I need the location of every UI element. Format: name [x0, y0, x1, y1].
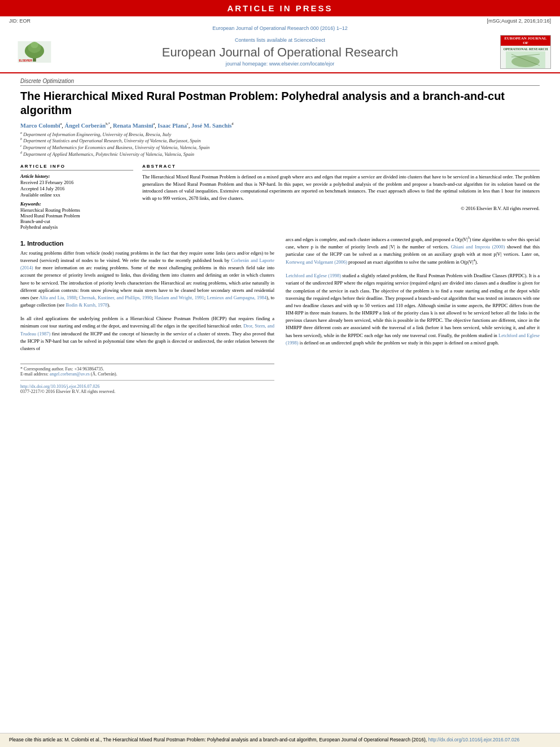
- journal-center: Contents lists available at ScienceDirec…: [60, 37, 500, 67]
- affiliation-c: c Department of Mathematics for Economic…: [20, 144, 540, 150]
- abstract-header: ABSTRACT: [142, 164, 540, 171]
- cite-text: Please cite this article as: M. Colombi …: [9, 737, 427, 742]
- article-info-header: ARTICLE INFO: [20, 164, 133, 171]
- doi-line[interactable]: http://dx.doi.org/10.1016/j.ejor.2016.07…: [20, 384, 274, 389]
- body-left: 1. Introduction Arc routing problems dif…: [20, 235, 274, 394]
- affiliation-a: a Department of Information Engineering,…: [20, 131, 540, 137]
- journal-header: ELSEVIER Contents lists available at Sci…: [0, 33, 560, 73]
- intro-para-2: In all cited applications the underlying…: [20, 315, 274, 352]
- jid-label: JID: EOR: [9, 18, 30, 24]
- keywords-label: Keywords:: [20, 201, 133, 207]
- meta-row: JID: EOR [mSG;August 2, 2016;10:16]: [0, 16, 560, 25]
- keyword-4: Polyhedral analysis: [20, 224, 133, 230]
- keyword-2: Mixed Rural Postman Problem: [20, 213, 133, 219]
- right-para-2: Letchford and Eglese (1998) studied a sl…: [286, 272, 540, 347]
- author-sanchis: José M. Sanchis: [191, 123, 231, 129]
- body-content: 1. Introduction Arc routing problems dif…: [20, 235, 540, 394]
- svg-point-7: [511, 56, 540, 67]
- article-title: The Hierarchical Mixed Rural Postman Pro…: [20, 89, 540, 117]
- keyword-3: Branch-and-cut: [20, 219, 133, 224]
- corresponding-note: * Corresponding author. Fax: +34 9638647…: [20, 366, 274, 372]
- sciencedirect-text: Contents lists available at ScienceDirec…: [60, 37, 500, 43]
- ejor-logo-box: EUROPEAN JOURNAL OF OPERATIONAL RESEARCH: [500, 35, 551, 69]
- accepted-date: Accepted 14 July 2016: [20, 186, 133, 191]
- footnote-area: * Corresponding author. Fax: +34 9638647…: [20, 364, 274, 394]
- right-para-1: arcs and edges is complete, and each clu…: [286, 235, 540, 266]
- authors-line: Marco Colombia, Ángel Corberánb,*, Renat…: [20, 122, 540, 129]
- keyword-1: Hierarchical Routing Problems: [20, 207, 133, 213]
- main-content: Discrete Optimization The Hierarchical M…: [0, 73, 560, 399]
- journal-ref: European Journal of Operational Research…: [0, 25, 560, 31]
- affiliation-b: b Department of Statistics and Operation…: [20, 137, 540, 143]
- author-plana: Isaac Plana: [158, 123, 187, 129]
- cite-doi[interactable]: http://dx.doi.org/10.1016/j.ejor.2016.07…: [428, 737, 520, 742]
- intro-two-col: 1. Introduction Arc routing problems dif…: [20, 235, 540, 394]
- journal-homepage: journal homepage: www.elsevier.com/locat…: [60, 61, 500, 67]
- article-info-col: ARTICLE INFO Article history: Received 2…: [20, 164, 133, 230]
- svg-text:ELSEVIER: ELSEVIER: [19, 59, 32, 62]
- ejor-red-stripe: EUROPEAN JOURNAL OF: [501, 36, 550, 46]
- intro-heading: 1. Introduction: [20, 240, 274, 247]
- author-mansini: Renata Mansini: [113, 123, 153, 129]
- body-right: arcs and edges is complete, and each clu…: [286, 235, 540, 394]
- section-category: Discrete Optimization: [20, 78, 540, 86]
- copyright-line: © 2016 Elsevier B.V. All rights reserved…: [142, 206, 540, 211]
- abstract-text: The Hierarchical Mixed Rural Postman Pro…: [142, 173, 540, 202]
- email-note: E-mail address: angel.corberan@uv.es (Á.…: [20, 372, 274, 377]
- author-corberan: Ángel Corberán: [65, 123, 106, 129]
- svg-point-4: [30, 42, 38, 48]
- cite-bar: Please cite this article as: M. Colombi …: [0, 733, 560, 747]
- issn-line: 0377-2217/© 2016 Elsevier B.V. All right…: [20, 389, 274, 394]
- received-date: Received 23 February 2016: [20, 180, 133, 185]
- author-colombi: Marco Colombi: [20, 123, 60, 129]
- affiliation-d: d Department of Applied Mathematics, Pol…: [20, 151, 540, 157]
- available-date: Available online xxx: [20, 192, 133, 198]
- abstract-col: ABSTRACT The Hierarchical Mixed Rural Po…: [142, 164, 540, 230]
- elsevier-logo: ELSEVIER: [9, 37, 60, 68]
- timestamp-label: [mSG;August 2, 2016;10:16]: [487, 18, 551, 24]
- info-abstract-section: ARTICLE INFO Article history: Received 2…: [20, 164, 540, 230]
- article-in-press-banner: ARTICLE IN PRESS: [0, 0, 560, 16]
- intro-para-1: Arc routing problems differ from vehicle…: [20, 250, 274, 309]
- journal-title-header: European Journal of Operational Research: [60, 45, 500, 60]
- history-label: Article history:: [20, 173, 133, 179]
